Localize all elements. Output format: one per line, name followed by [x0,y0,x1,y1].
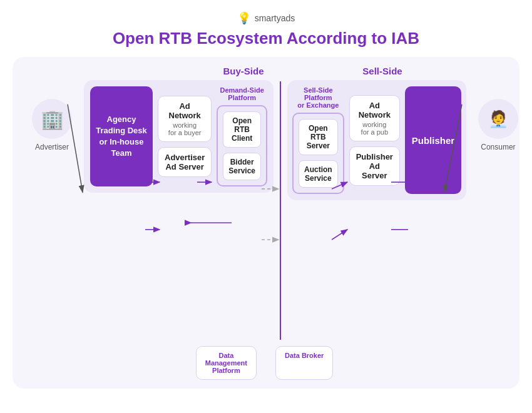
ssp-label: Sell-SidePlatformor Exchange [297,86,339,109]
bottom-spacer-left [24,346,80,380]
buy-middle-col: Ad Network workingfor a buyer Advertiser… [158,86,212,186]
pub-middle-col: Ad Network workingfor a pub PublisherAd … [349,86,400,194]
pub-ad-network-sub: workingfor a pub [356,121,393,136]
page-title: Open RTB Ecosystem According to IAB [113,29,419,48]
page: 💡 smartyads Open RTB Ecosystem According… [0,0,532,413]
sell-side-label: Sell-Side [313,66,452,76]
auction-service-box: AuctionService [299,160,338,188]
bidder-service-box: BidderService [223,153,261,180]
logo-area: 💡 smartyads [237,11,295,25]
buy-ad-network-sub: workingfor a buyer [165,121,205,136]
consumer-label: Consumer [481,143,515,151]
advertiser-column: 🏢 Advertiser [24,80,80,151]
logo-text: smartyads [255,13,295,23]
buy-bottom: Data Management Platform [84,346,259,380]
publisher-box: Publisher [405,86,461,194]
diagram-container: Buy-Side Sell-Side 🏢 Advertiser Agency T… [13,57,519,389]
sell-side-box: Sell-SidePlatformor Exchange Open RTBSer… [287,80,466,200]
logo-icon: 💡 [237,11,251,25]
bottom-row: Data Management Platform Data Broker [24,346,508,380]
ssp-col: Sell-SidePlatformor Exchange Open RTBSer… [292,86,344,194]
pub-ad-network-title: Ad Network [356,101,393,120]
consumer-column: 🧑‍💼 Consumer [470,80,526,151]
advertiser-ad-server-box: AdvertiserAd Server [158,147,212,177]
agency-box-text: Agency Trading Desk or In-house Team [96,114,147,160]
advertiser-label: Advertiser [35,143,69,151]
dsp-inner: Open RTBClient BidderService [217,105,267,186]
consumer-avatar: 🧑‍💼 [478,99,518,139]
agency-box: Agency Trading Desk or In-house Team [90,86,153,186]
section-labels: Buy-Side Sell-Side [24,66,508,76]
open-rtb-server-box: Open RTBServer [299,119,338,155]
divider-line [280,81,281,340]
dsp-col: Demand-SidePlatform Open RTBClient Bidde… [217,86,267,186]
buy-side-box: Agency Trading Desk or In-house Team Ad … [84,80,274,193]
sell-bottom: Data Broker [273,346,448,380]
open-rtb-client-box: Open RTBClient [223,111,261,148]
advertiser-avatar: 🏢 [32,99,72,139]
buy-side-label: Buy-Side [161,66,313,76]
bottom-spacer-right [452,346,508,380]
dsp-label: Demand-SidePlatform [220,86,264,101]
pub-ad-network-box: Ad Network workingfor a pub [349,95,400,141]
buy-ad-network-box: Ad Network workingfor a buyer [158,96,212,142]
dmp-box: Data Management Platform [196,346,257,380]
ssp-inner: Open RTBServer AuctionService [292,113,344,194]
diagram-body: 🏢 Advertiser Agency Trading Desk or In-h… [24,80,508,341]
data-broker-box: Data Broker [275,346,333,380]
buy-ad-network-title: Ad Network [165,101,205,120]
advertiser-ad-server-title: AdvertiserAd Server [165,153,205,171]
publisher-ad-server-box: PublisherAd Server [349,146,400,186]
publisher-ad-server-title: PublisherAd Server [356,152,393,180]
